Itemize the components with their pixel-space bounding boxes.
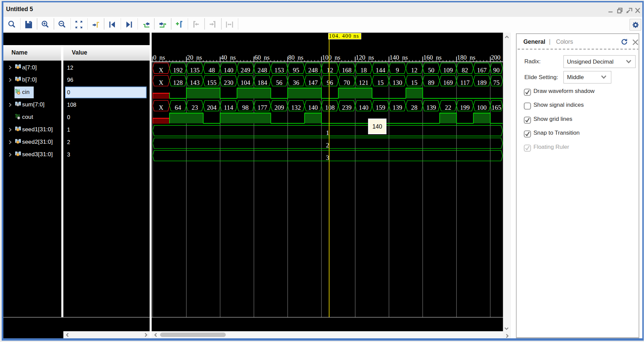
svg-text:140: 140 xyxy=(359,104,369,111)
svg-text:104: 104 xyxy=(241,79,250,86)
svg-text:230: 230 xyxy=(224,79,234,86)
svg-text:108: 108 xyxy=(325,104,335,111)
svg-text:169: 169 xyxy=(443,79,453,86)
svg-text:15: 15 xyxy=(411,79,418,86)
svg-text:209: 209 xyxy=(274,104,284,111)
svg-text:56: 56 xyxy=(276,79,282,86)
svg-text:121: 121 xyxy=(359,79,369,86)
svg-text:155: 155 xyxy=(207,79,217,86)
svg-text:184: 184 xyxy=(257,79,267,86)
svg-text:98: 98 xyxy=(242,104,249,111)
svg-text:50: 50 xyxy=(428,67,434,74)
svg-text:48: 48 xyxy=(209,67,215,74)
svg-text:199: 199 xyxy=(460,104,470,111)
svg-text:18: 18 xyxy=(361,67,367,74)
svg-text:159: 159 xyxy=(376,104,386,111)
svg-text:2: 2 xyxy=(326,142,329,149)
svg-text:167: 167 xyxy=(477,67,487,74)
svg-text:132: 132 xyxy=(291,104,301,111)
svg-text:100: 100 xyxy=(477,104,487,111)
svg-text:153: 153 xyxy=(274,67,284,74)
svg-text:239: 239 xyxy=(342,104,352,111)
svg-text:140: 140 xyxy=(308,104,318,111)
svg-text:X: X xyxy=(159,104,163,111)
svg-text:114: 114 xyxy=(224,104,233,111)
svg-text:147: 147 xyxy=(308,79,318,86)
svg-text:248: 248 xyxy=(257,67,267,74)
svg-text:12: 12 xyxy=(411,67,418,74)
svg-text:15: 15 xyxy=(377,79,384,86)
svg-text:28: 28 xyxy=(411,104,418,111)
svg-text:89: 89 xyxy=(428,79,434,86)
svg-text:X: X xyxy=(159,79,163,86)
svg-text:70: 70 xyxy=(344,79,350,86)
svg-text:168: 168 xyxy=(342,67,352,74)
svg-text:160ns: 160ns xyxy=(423,54,441,61)
svg-text:177: 177 xyxy=(257,104,267,111)
svg-text:90: 90 xyxy=(493,67,500,74)
svg-text:144: 144 xyxy=(376,67,386,74)
svg-text:X: X xyxy=(159,67,163,74)
svg-text:117: 117 xyxy=(460,79,470,86)
svg-text:140ns: 140ns xyxy=(390,54,408,61)
svg-text:249: 249 xyxy=(241,67,250,74)
svg-text:82: 82 xyxy=(462,67,468,74)
svg-text:120ns: 120ns xyxy=(356,54,374,61)
svg-text:0ns: 0ns xyxy=(153,54,165,61)
svg-text:139: 139 xyxy=(393,104,402,111)
svg-text:135: 135 xyxy=(190,67,200,74)
svg-text:1: 1 xyxy=(326,129,329,136)
svg-text:96: 96 xyxy=(327,79,333,86)
svg-text:180ns: 180ns xyxy=(457,54,475,61)
svg-text:109: 109 xyxy=(443,67,453,74)
svg-text:143: 143 xyxy=(190,79,200,86)
svg-text:165: 165 xyxy=(492,104,501,111)
svg-text:75: 75 xyxy=(493,79,500,86)
svg-text:130: 130 xyxy=(393,79,402,86)
svg-text:128: 128 xyxy=(173,79,183,86)
svg-text:12: 12 xyxy=(327,67,333,74)
svg-text:64: 64 xyxy=(175,104,181,111)
svg-text:140: 140 xyxy=(224,67,234,74)
svg-text:100ns: 100ns xyxy=(322,54,340,61)
svg-text:36: 36 xyxy=(293,79,299,86)
svg-text:248: 248 xyxy=(308,67,318,74)
svg-text:192: 192 xyxy=(173,67,183,74)
svg-text:22: 22 xyxy=(445,104,451,111)
svg-text:95: 95 xyxy=(293,67,299,74)
svg-text:139: 139 xyxy=(426,104,436,111)
svg-text:9: 9 xyxy=(396,67,399,74)
svg-text:189: 189 xyxy=(477,79,487,86)
svg-text:3: 3 xyxy=(326,154,329,161)
svg-text:204: 204 xyxy=(207,104,217,111)
svg-text:23: 23 xyxy=(192,104,198,111)
